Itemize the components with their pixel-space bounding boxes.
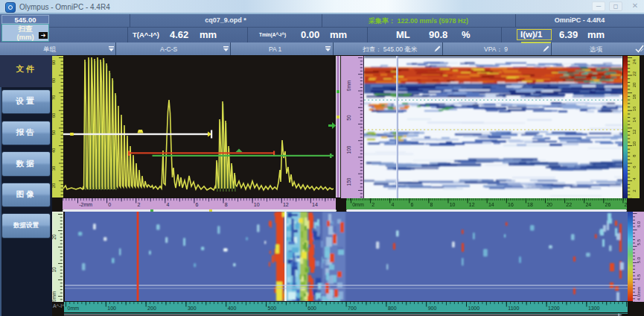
svg-text:-2mm: -2mm (79, 202, 92, 207)
svg-text:100: 100 (346, 145, 351, 154)
svg-text:10: 10 (254, 202, 260, 207)
svg-text:6.0: 6.0 (637, 221, 641, 227)
svg-text:800: 800 (388, 306, 397, 311)
svg-text:2: 2 (372, 202, 374, 207)
svg-text:0mm: 0mm (68, 306, 80, 311)
svg-text:1000: 1000 (468, 306, 480, 311)
svg-text:8: 8 (225, 202, 228, 207)
svg-text:0mm: 0mm (52, 291, 57, 302)
svg-text:10: 10 (450, 202, 456, 207)
svg-text:80: 80 (52, 78, 56, 83)
svg-text:4: 4 (167, 202, 170, 207)
svg-text:700: 700 (348, 306, 357, 311)
svg-text:24: 24 (585, 202, 591, 207)
svg-text:18: 18 (632, 94, 637, 99)
svg-text:14: 14 (632, 117, 637, 122)
svg-text:300: 300 (188, 306, 197, 311)
svg-text:200: 200 (147, 306, 156, 311)
svg-text:28: 28 (625, 202, 627, 207)
svg-text:20: 20 (52, 183, 56, 188)
svg-text:12: 12 (283, 202, 289, 207)
svg-text:20: 20 (632, 82, 637, 87)
svg-text:40: 40 (52, 148, 56, 153)
svg-text:1200: 1200 (548, 306, 560, 311)
svg-text:50: 50 (346, 115, 351, 121)
svg-text:0mm: 0mm (352, 202, 364, 207)
svg-text:22: 22 (566, 202, 572, 207)
svg-text:1300: 1300 (588, 306, 600, 311)
svg-text:20: 20 (52, 234, 57, 240)
svg-text:20: 20 (546, 202, 552, 207)
svg-text:500: 500 (268, 306, 277, 311)
svg-text:24: 24 (632, 59, 637, 64)
svg-text:600: 600 (307, 306, 316, 311)
svg-text:12: 12 (469, 202, 475, 207)
svg-text:16: 16 (508, 202, 514, 207)
svg-text:0: 0 (108, 202, 111, 207)
svg-text:22: 22 (632, 71, 637, 76)
svg-text:0mm: 0mm (346, 80, 351, 91)
svg-text:6: 6 (196, 202, 199, 207)
svg-text:150: 150 (346, 177, 351, 186)
svg-text:10: 10 (52, 267, 57, 273)
svg-text:60: 60 (52, 113, 56, 118)
svg-text:2: 2 (137, 202, 140, 207)
svg-text:4.0mm: 4.0mm (637, 287, 641, 300)
svg-text:12: 12 (632, 129, 637, 134)
svg-text:16: 16 (632, 106, 637, 111)
svg-text:14: 14 (488, 202, 494, 207)
svg-text:18: 18 (527, 202, 533, 207)
svg-text:6: 6 (411, 202, 414, 207)
svg-text:400: 400 (228, 306, 237, 311)
svg-text:26: 26 (605, 202, 611, 207)
svg-text:50: 50 (52, 130, 56, 135)
svg-text:70: 70 (52, 95, 56, 100)
svg-text:5.0: 5.0 (637, 256, 641, 263)
svg-text:4: 4 (391, 202, 394, 207)
svg-text:30: 30 (52, 165, 56, 171)
svg-text:900: 900 (428, 306, 437, 311)
svg-text:1100: 1100 (508, 306, 519, 311)
svg-text:4.5: 4.5 (637, 274, 641, 280)
svg-text:100: 100 (107, 306, 116, 311)
svg-text:8: 8 (430, 202, 433, 207)
svg-text:5.5: 5.5 (637, 238, 641, 245)
svg-text:10: 10 (632, 141, 637, 146)
svg-text:90: 90 (52, 60, 56, 65)
svg-text:14: 14 (312, 202, 318, 207)
